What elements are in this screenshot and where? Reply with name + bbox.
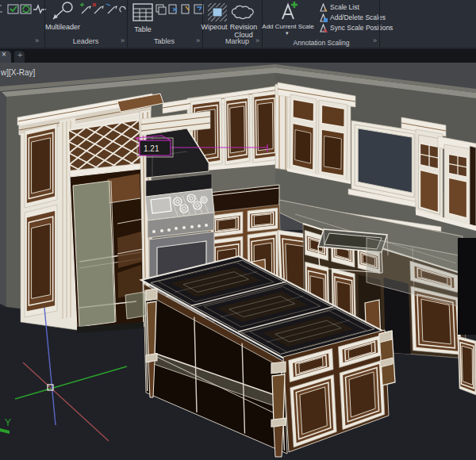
svg-text:1.21: 1.21 bbox=[144, 144, 159, 153]
svg-text:w][X-Ray]: w][X-Ray] bbox=[0, 68, 36, 77]
svg-text:Y: Y bbox=[5, 417, 11, 428]
